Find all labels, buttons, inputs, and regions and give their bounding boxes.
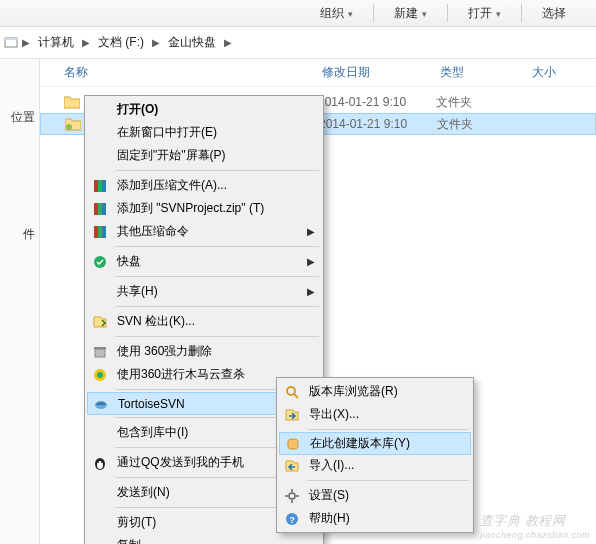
col-type[interactable]: 类型 bbox=[440, 64, 532, 81]
menu-open-new-window[interactable]: 在新窗口中打开(E) bbox=[87, 121, 321, 144]
chevron-right-icon[interactable]: ▶ bbox=[150, 37, 162, 48]
svg-point-22 bbox=[287, 387, 295, 395]
svg-point-20 bbox=[97, 461, 99, 463]
svg-line-23 bbox=[294, 394, 298, 398]
file-date: 2014-01-21 9:10 bbox=[319, 117, 437, 131]
sidebar: 位置 件 bbox=[0, 59, 40, 544]
submenu-help[interactable]: ? 帮助(H) bbox=[279, 507, 471, 530]
col-date[interactable]: 修改日期 bbox=[322, 64, 440, 81]
sidebar-item-locations[interactable]: 位置 bbox=[0, 89, 39, 146]
chevron-right-icon: ▶ bbox=[307, 256, 315, 267]
crumb-drive[interactable]: 文档 (F:) bbox=[92, 31, 150, 55]
crumb-folder[interactable]: 金山快盘 bbox=[162, 31, 222, 55]
menu-360-delete[interactable]: 使用 360强力删除 bbox=[87, 340, 321, 363]
breadcrumb-bar: ▶ 计算机 ▶ 文档 (F:) ▶ 金山快盘 ▶ bbox=[0, 27, 596, 59]
toolbar-organize[interactable]: 组织▾ bbox=[300, 5, 373, 22]
menu-kingsoft-disk[interactable]: 快盘▶ bbox=[87, 250, 321, 273]
svg-rect-14 bbox=[94, 347, 106, 349]
separator bbox=[115, 306, 319, 307]
svg-rect-4 bbox=[98, 180, 102, 192]
separator bbox=[115, 276, 319, 277]
submenu-create-repo[interactable]: 在此创建版本库(Y) bbox=[279, 432, 471, 455]
chevron-right-icon[interactable]: ▶ bbox=[80, 37, 92, 48]
submenu-tortoisesvn: 版本库浏览器(R) 导出(X)... 在此创建版本库(Y) 导入(I)... 设… bbox=[276, 377, 474, 533]
submenu-export[interactable]: 导出(X)... bbox=[279, 403, 471, 426]
col-size[interactable]: 大小 bbox=[532, 64, 596, 81]
svg-rect-5 bbox=[102, 180, 106, 192]
col-name[interactable]: 名称 bbox=[64, 64, 322, 81]
toolbar-select[interactable]: 选择 bbox=[522, 5, 586, 22]
menu-other-compress[interactable]: 其他压缩命令▶ bbox=[87, 220, 321, 243]
chevron-right-icon: ▶ bbox=[307, 286, 315, 297]
menu-open[interactable]: 打开(O) bbox=[87, 98, 321, 121]
file-type: 文件夹 bbox=[436, 94, 528, 111]
delete-icon bbox=[91, 343, 109, 361]
menu-pin-start[interactable]: 固定到"开始"屏幕(P) bbox=[87, 144, 321, 167]
chevron-right-icon[interactable]: ▶ bbox=[20, 37, 32, 48]
tortoisesvn-icon bbox=[92, 395, 110, 413]
svn-checkout-icon bbox=[91, 313, 109, 331]
svg-rect-9 bbox=[94, 226, 98, 238]
menu-svn-checkout[interactable]: SVN 检出(K)... bbox=[87, 310, 321, 333]
folder-icon bbox=[64, 94, 80, 110]
export-icon bbox=[283, 406, 301, 424]
svg-rect-13 bbox=[95, 349, 105, 357]
separator bbox=[115, 246, 319, 247]
submenu-repo-browser[interactable]: 版本库浏览器(R) bbox=[279, 380, 471, 403]
menu-copy[interactable]: 复制 bbox=[87, 534, 321, 544]
svg-point-25 bbox=[289, 493, 295, 499]
svg-rect-7 bbox=[98, 203, 102, 215]
folder-icon bbox=[65, 116, 81, 132]
qq-icon bbox=[91, 454, 109, 472]
separator bbox=[307, 480, 469, 481]
submenu-settings[interactable]: 设置(S) bbox=[279, 484, 471, 507]
archive-icon bbox=[91, 223, 109, 241]
file-pane: 名称 修改日期 类型 大小 .klive 2014-01-21 9:10 文件夹… bbox=[40, 59, 596, 544]
sidebar-item-files[interactable]: 件 bbox=[0, 206, 39, 263]
menu-add-zip[interactable]: 添加到 "SVNProject.zip" (T) bbox=[87, 197, 321, 220]
file-date: 2014-01-21 9:10 bbox=[318, 95, 436, 109]
kingsoft-disk-icon bbox=[91, 253, 109, 271]
separator bbox=[307, 429, 469, 430]
repo-browser-icon bbox=[283, 383, 301, 401]
shield-icon bbox=[91, 366, 109, 384]
svg-text:?: ? bbox=[289, 515, 295, 525]
help-icon: ? bbox=[283, 510, 301, 528]
column-headers: 名称 修改日期 类型 大小 bbox=[40, 59, 596, 87]
toolbar-new[interactable]: 新建▾ bbox=[374, 5, 447, 22]
svg-point-16 bbox=[97, 372, 103, 378]
gear-icon bbox=[283, 487, 301, 505]
menu-add-compressed[interactable]: 添加到压缩文件(A)... bbox=[87, 174, 321, 197]
crumb-computer[interactable]: 计算机 bbox=[32, 31, 80, 55]
file-type: 文件夹 bbox=[437, 116, 529, 133]
svg-rect-10 bbox=[98, 226, 102, 238]
separator bbox=[115, 336, 319, 337]
chevron-right-icon: ▶ bbox=[307, 226, 315, 237]
svg-rect-11 bbox=[102, 226, 106, 238]
menu-share[interactable]: 共享(H)▶ bbox=[87, 280, 321, 303]
submenu-import[interactable]: 导入(I)... bbox=[279, 454, 471, 477]
svg-rect-6 bbox=[94, 203, 98, 215]
svg-rect-3 bbox=[94, 180, 98, 192]
toolbar: 组织▾ 新建▾ 打开▾ 选择 bbox=[0, 0, 596, 27]
archive-icon bbox=[91, 200, 109, 218]
chevron-right-icon[interactable]: ▶ bbox=[222, 37, 234, 48]
svg-rect-1 bbox=[5, 38, 17, 40]
archive-icon bbox=[91, 177, 109, 195]
toolbar-open[interactable]: 打开▾ bbox=[448, 5, 521, 22]
separator bbox=[115, 170, 319, 171]
nav-dropdown-icon[interactable] bbox=[4, 31, 20, 55]
import-icon bbox=[283, 457, 301, 475]
svg-rect-8 bbox=[102, 203, 106, 215]
svg-point-21 bbox=[101, 461, 103, 463]
create-repo-icon bbox=[284, 435, 302, 453]
svg-point-2 bbox=[66, 124, 72, 130]
